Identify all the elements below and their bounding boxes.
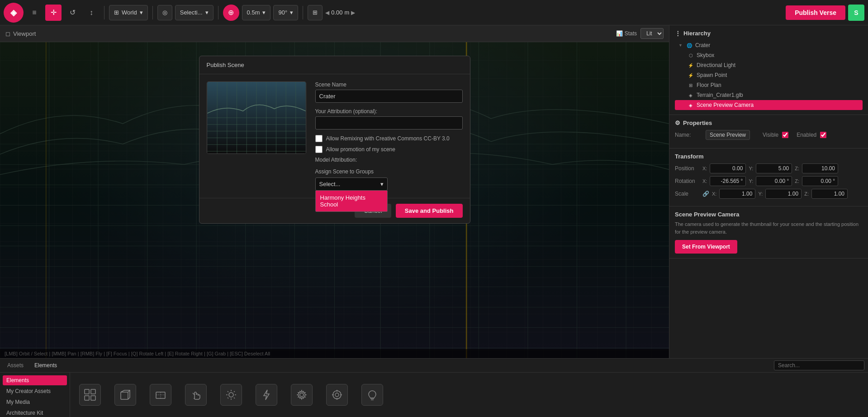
transform-button[interactable]: ↕ (83, 5, 100, 21)
hierarchy-item-scene-camera[interactable]: ◈ Scene Preview Camera (675, 100, 863, 110)
tab-assets[interactable]: Assets (4, 361, 27, 370)
assign-group: Assign Scene to Groups Select... ▾ Harmo… (315, 168, 463, 191)
svg-point-61 (300, 393, 304, 397)
visible-checkbox[interactable] (782, 132, 788, 138)
chevron-down-icon: ▾ (140, 9, 143, 16)
hierarchy-label-terrain: Terrain_Crater1.glb (697, 92, 743, 98)
sx-axis-label: X: (712, 191, 716, 197)
hierarchy-item-floorplan[interactable]: ⊞ Floor Plan (675, 80, 863, 90)
name-prop-value: Scene Preview (706, 130, 750, 140)
rotation-z-input[interactable] (802, 176, 838, 186)
magnet-button[interactable]: ⊕ (223, 5, 239, 21)
publish-verse-button[interactable]: Publish Verse (786, 5, 845, 20)
target-icon: ◎ (162, 9, 167, 16)
right-panel: ⋮ Hierarchy ▼ 🌐 Crater ⬡ Skybox ⚡ Direct… (669, 25, 868, 358)
position-z-input[interactable] (802, 163, 838, 173)
scale-z-input[interactable] (811, 189, 848, 199)
hierarchy-item-skybox[interactable]: ⬡ Skybox (675, 50, 863, 60)
target-icon-btn[interactable]: ◎ (157, 5, 172, 20)
publish-scene-modal: Publish Scene (199, 56, 470, 224)
snap-dropdown[interactable]: 0.5m ▾ (242, 5, 271, 20)
bottom-icon-bulb[interactable] (361, 384, 383, 406)
hierarchy-title: Hierarchy (683, 30, 711, 37)
hand-icon (190, 388, 202, 401)
bottom-nav-architecture[interactable]: Architecture Kit (3, 408, 67, 417)
remix-checkbox[interactable] (315, 135, 323, 142)
sy-axis-label: Y: (758, 191, 763, 197)
position-value: 0.00 (331, 9, 342, 16)
modal-overlay: Publish Scene (0, 42, 669, 358)
hamburger-menu-button[interactable]: ≡ (26, 5, 43, 21)
position-decrease-button[interactable]: ◀ (325, 10, 329, 16)
hierarchy-label-dlight: Directional Light (697, 62, 735, 68)
scale-y-input[interactable] (765, 189, 802, 199)
cube-icon: ⬡ (688, 52, 694, 58)
cube-icon (119, 388, 132, 401)
svg-line-60 (228, 398, 228, 398)
hierarchy-item-spawn[interactable]: ⚡ Spawn Point (675, 70, 863, 80)
user-avatar[interactable]: S (848, 5, 864, 21)
hierarchy-item-dlight[interactable]: ⚡ Directional Light (675, 60, 863, 70)
visible-label: Visible (763, 132, 778, 138)
scale-x-input[interactable] (719, 189, 755, 199)
bottom-search-input[interactable] (774, 360, 864, 370)
hierarchy-item-terrain[interactable]: ◈ Terrain_Crater1.glb (675, 90, 863, 100)
hierarchy-list: ▼ 🌐 Crater ⬡ Skybox ⚡ Directional Light … (675, 40, 863, 110)
bottom-icons-area (70, 373, 868, 417)
viewport-canvas[interactable]: Publish Scene (0, 42, 669, 358)
scene-name-input[interactable] (315, 90, 463, 103)
assign-dropdown[interactable]: Select... ▾ (315, 177, 388, 191)
sz-axis-label: Z: (804, 191, 809, 197)
rotation-y-input[interactable] (756, 176, 792, 186)
grid-icon: ⊞ (313, 9, 318, 16)
modal-form: Scene Name Your Attribution (optional): (315, 81, 463, 191)
position-y-input[interactable] (756, 163, 792, 173)
bottom-nav-media[interactable]: My Media (3, 397, 67, 407)
move-tool-button[interactable]: ✛ (45, 5, 62, 21)
viewport-icon: ◻ (5, 30, 10, 37)
tab-elements[interactable]: Elements (31, 361, 61, 370)
bottom-icon-target[interactable] (326, 384, 348, 406)
rotation-x-input[interactable] (710, 176, 746, 186)
modal-body: Scene Name Your Attribution (optional): (199, 74, 470, 198)
promotion-checkbox[interactable] (315, 146, 323, 153)
position-x-input[interactable] (710, 163, 746, 173)
scene-preview-section: Scene Preview Camera The camera used to … (669, 206, 868, 259)
assign-placeholder: Select... (319, 181, 341, 187)
hierarchy-item-crater[interactable]: ▼ 🌐 Crater (675, 40, 863, 50)
stats-button[interactable]: 📊 Stats (616, 30, 637, 37)
bottom-nav-elements[interactable]: Elements (3, 375, 67, 385)
bottom-nav-creator-assets[interactable]: My Creator Assets (3, 386, 67, 396)
set-from-viewport-button[interactable]: Set From Viewport (675, 240, 737, 254)
selection-label: Selecti... (180, 9, 203, 16)
harmony-heights-option[interactable]: Harmony Heights School (316, 191, 387, 211)
logo-button[interactable]: ◈ (4, 3, 24, 23)
rotation-row: Rotation X: Y: Z: (675, 176, 863, 186)
chevron-down-icon: ▾ (205, 9, 209, 16)
angle-dropdown[interactable]: 90° ▾ (273, 5, 298, 20)
attribution-input[interactable] (315, 116, 463, 129)
bottom-icon-plane[interactable] (150, 384, 171, 406)
world-dropdown[interactable]: ⊞ World ▾ (109, 5, 148, 20)
grid-button[interactable]: ⊞ (308, 5, 323, 20)
sun-icon (225, 388, 237, 401)
lit-dropdown[interactable]: Lit (640, 28, 664, 39)
enabled-checkbox[interactable] (820, 132, 826, 138)
save-publish-button[interactable]: Save and Publish (396, 204, 463, 218)
bottom-icon-cube[interactable] (114, 384, 136, 406)
bottom-icon-cubes[interactable] (79, 384, 101, 406)
bottom-icon-sun[interactable] (220, 384, 242, 406)
viewport-controls: 📊 Stats Lit (616, 28, 664, 39)
viewport-header: ◻ Viewport 📊 Stats Lit (0, 25, 669, 42)
bottom-icon-hand[interactable] (185, 384, 207, 406)
properties-title: Properties (683, 120, 712, 126)
refresh-button[interactable]: ↺ (64, 5, 81, 21)
modal-preview-image (207, 81, 306, 154)
bottom-icon-gear[interactable] (291, 384, 313, 406)
bottom-icon-bolt[interactable] (256, 384, 277, 406)
target-icon (331, 388, 343, 401)
position-increase-button[interactable]: ▶ (351, 10, 355, 16)
preview-inner (207, 82, 306, 153)
selection-dropdown[interactable]: Selecti... ▾ (175, 5, 213, 20)
hierarchy-label-floorplan: Floor Plan (697, 82, 721, 88)
